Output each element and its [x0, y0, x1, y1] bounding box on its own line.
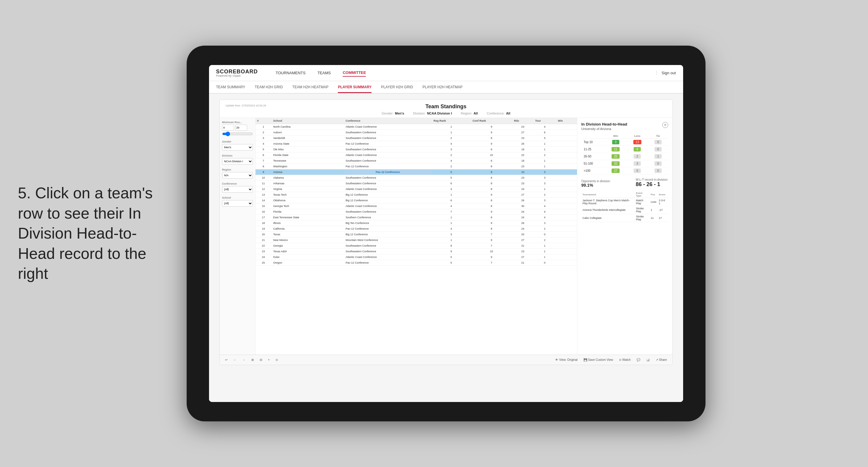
- table-row[interactable]: 21 New Mexico Mountain West Conference 1…: [255, 238, 577, 243]
- school-select[interactable]: (All): [222, 200, 253, 207]
- toolbar-undo[interactable]: ↩: [223, 357, 229, 362]
- cell-rds: 27: [512, 130, 533, 135]
- sidebar-division: Division NCAA Division I: [222, 154, 253, 165]
- cell-conf-rank: 9: [471, 238, 512, 243]
- h2h-row: 11-25 11 8 0: [582, 146, 668, 153]
- cell-win: [556, 260, 577, 266]
- subnav-team-summary[interactable]: TEAM SUMMARY: [216, 82, 245, 93]
- table-row[interactable]: 17 East Tennessee State Southern Confere…: [255, 215, 577, 220]
- table-row[interactable]: 11 Arkansas Southeastern Conference 6 8 …: [255, 181, 577, 186]
- nav-committee[interactable]: COMMITTEE: [343, 69, 366, 76]
- toolbar-view-original[interactable]: 👁 View: Original: [553, 357, 579, 362]
- conference-filter: Conference: All: [487, 112, 510, 115]
- cell-tour: 0: [533, 232, 556, 238]
- cell-school: Washington: [271, 164, 344, 169]
- table-row[interactable]: 14 Oklahoma Big 12 Conference 6 8 26 3: [255, 198, 577, 204]
- cell-rank: 18: [255, 220, 272, 226]
- table-row[interactable]: 9 Arizona Pac-12 Conference 5 8 10 3: [255, 169, 577, 175]
- min-rounds-max-input[interactable]: [235, 125, 247, 131]
- cell-school: Georgia Tech: [271, 204, 344, 209]
- h2h-cell-label: >100: [582, 167, 605, 175]
- toolbar-add[interactable]: +: [266, 357, 272, 362]
- toolbar-share[interactable]: ↗ Share: [654, 357, 669, 362]
- table-row[interactable]: 16 Florida Southeastern Conference 7 9 2…: [255, 209, 577, 215]
- subnav-player-h2h-grid[interactable]: PLAYER H2H GRID: [381, 82, 413, 93]
- toolbar-minus[interactable]: ⊟: [258, 357, 264, 362]
- instruction-label: 5. Click on a team's row to see their In…: [18, 184, 153, 282]
- cell-reg-rank: 3: [432, 232, 471, 238]
- tournament-body: Jackson T. Stephens Cup Men's Match-Play…: [582, 198, 668, 222]
- table-row[interactable]: 6 Florida State Atlantic Coast Conferenc…: [255, 152, 577, 158]
- th-tournament: Tournament: [582, 191, 635, 198]
- table-row[interactable]: 4 Arizona State Pac-12 Conference 4 9 26…: [255, 141, 577, 147]
- cell-reg-rank: 5: [432, 169, 471, 175]
- table-row[interactable]: 20 Texas Big 12 Conference 3 7 20 0: [255, 232, 577, 238]
- table-row[interactable]: 15 Georgia Tech Atlantic Coast Conferenc…: [255, 204, 577, 209]
- cell-win: [556, 175, 577, 181]
- cell-rank: 22: [255, 243, 272, 249]
- gender-select[interactable]: Men's: [222, 144, 253, 151]
- subnav-team-h2h-heatmap[interactable]: TEAM H2H HEATMAP: [292, 82, 328, 93]
- tournament-row: Cabo Collegiate Stroke Play 11 17: [582, 214, 668, 222]
- division-select[interactable]: NCAA Division I: [222, 158, 253, 165]
- table-row[interactable]: 7 Tennessee Southeastern Conference 4 6 …: [255, 158, 577, 164]
- cell-tour: 3: [533, 220, 556, 226]
- nav-tournaments[interactable]: TOURNAMENTS: [276, 69, 306, 76]
- tournament-row: Jackson T. Stephens Cup Men's Match-Play…: [582, 198, 668, 206]
- table-row[interactable]: 10 Alabama Southeastern Conference 5 8 2…: [255, 175, 577, 181]
- cell-conf-rank: 9: [471, 209, 512, 215]
- cell-reg-rank: 2: [432, 164, 471, 169]
- toolbar-back[interactable]: ←: [232, 357, 238, 362]
- conference-select[interactable]: (All): [222, 186, 253, 193]
- table-row[interactable]: 1 North Carolina Atlantic Coast Conferen…: [255, 124, 577, 130]
- h2h-cell-win: 27: [605, 167, 626, 175]
- sidebar-min-rounds: Minimum Rou...: [222, 121, 253, 136]
- table-row[interactable]: 8 Washington Pac-12 Conference 2 8 23 1: [255, 164, 577, 169]
- min-rounds-slider[interactable]: [222, 132, 253, 136]
- sign-out-link[interactable]: Sign out: [657, 71, 676, 75]
- cell-conf-rank: 10: [471, 152, 512, 158]
- nav-teams[interactable]: TEAMS: [317, 69, 331, 76]
- cell-conf-rank: 8: [471, 164, 512, 169]
- division-sidebar-label: Division: [222, 154, 253, 157]
- h2h-close-button[interactable]: ✕: [662, 122, 668, 128]
- toolbar-watch[interactable]: ⊙ Watch: [617, 357, 632, 362]
- subnav-player-h2h-heatmap[interactable]: PLAYER H2H HEATMAP: [423, 82, 463, 93]
- cell-tour: 4: [533, 215, 556, 220]
- cell-win: [556, 226, 577, 232]
- toolbar-circle[interactable]: ⊙: [274, 357, 280, 362]
- th-tour: Tour: [533, 118, 556, 124]
- h2h-cell-tie: 0: [648, 167, 668, 175]
- table-row[interactable]: 22 Georgia Southeastern Conference 8 7 2…: [255, 243, 577, 249]
- table-row[interactable]: 25 Oregon Pac-12 Conference 5 7 21 0: [255, 260, 577, 266]
- gender-sidebar-label: Gender: [222, 140, 253, 143]
- table-row[interactable]: 23 Texas A&M Southeastern Conference 9 1…: [255, 249, 577, 254]
- cell-rank: 13: [255, 192, 272, 198]
- tournament-pos: Loss: [649, 198, 657, 206]
- cell-rank: 4: [255, 141, 272, 147]
- toolbar-grid[interactable]: ⊞: [250, 357, 255, 362]
- cell-school: Oklahoma: [271, 198, 344, 204]
- cell-conf-rank: 8: [471, 198, 512, 204]
- table-row[interactable]: 3 Vanderbilt Southeastern Conference 2 8…: [255, 135, 577, 141]
- table-row[interactable]: 18 Illinois Big Ten Conference 1 9 26 3: [255, 220, 577, 226]
- logo-title: SCOREBOARD: [216, 69, 258, 74]
- table-row[interactable]: 13 Texas Tech Big 12 Conference 1 9 27 2: [255, 192, 577, 198]
- toolbar-stats[interactable]: 📊: [644, 357, 652, 362]
- tournament-score: -17: [657, 206, 668, 214]
- toolbar-comment[interactable]: 💬: [635, 357, 642, 362]
- cell-win: [556, 192, 577, 198]
- toolbar-save-custom[interactable]: 💾 Save Custom View: [582, 357, 615, 362]
- region-select[interactable]: N/A: [222, 172, 253, 179]
- subnav-player-summary[interactable]: PLAYER SUMMARY: [338, 82, 371, 93]
- subnav-team-h2h-grid[interactable]: TEAM H2H GRID: [255, 82, 283, 93]
- table-row[interactable]: 2 Auburn Southeastern Conference 1 9 27 …: [255, 130, 577, 135]
- table-row[interactable]: 12 Virginia Atlantic Coast Conference 3 …: [255, 186, 577, 192]
- table-row[interactable]: 24 Duke Atlantic Coast Conference 5 9 27…: [255, 254, 577, 260]
- h2h-wlt-col: W-L-T record in-division: 86 - 26 - 1: [636, 178, 668, 188]
- table-row[interactable]: 19 California Pac-12 Conference 4 8 24 2: [255, 226, 577, 232]
- toolbar-forward[interactable]: →: [241, 357, 247, 362]
- h2h-opponents-label: Opponents in division:: [582, 180, 611, 183]
- min-rounds-input[interactable]: [222, 125, 234, 131]
- table-row[interactable]: 5 Ole Miss Southeastern Conference 3 6 1…: [255, 147, 577, 152]
